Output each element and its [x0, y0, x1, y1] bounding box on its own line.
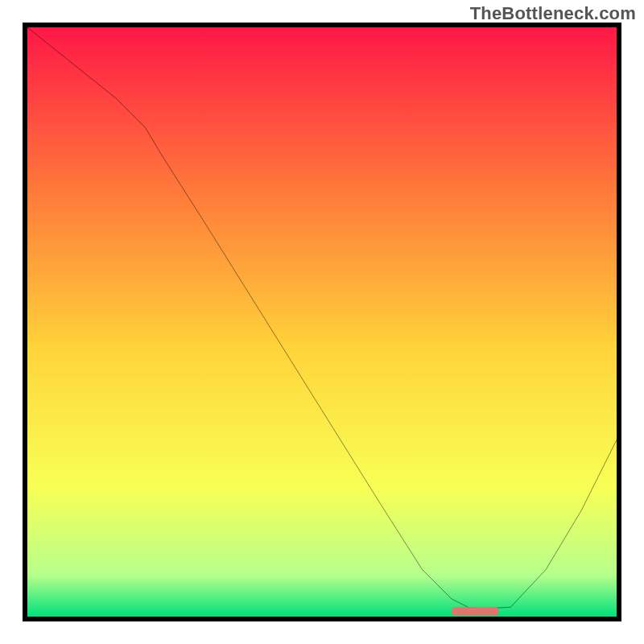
chart-frame [23, 23, 621, 621]
bottleneck-chart [27, 27, 617, 617]
optimal-marker [452, 607, 499, 615]
gradient-background [27, 27, 617, 617]
watermark-text: TheBottleneck.com [470, 3, 636, 24]
